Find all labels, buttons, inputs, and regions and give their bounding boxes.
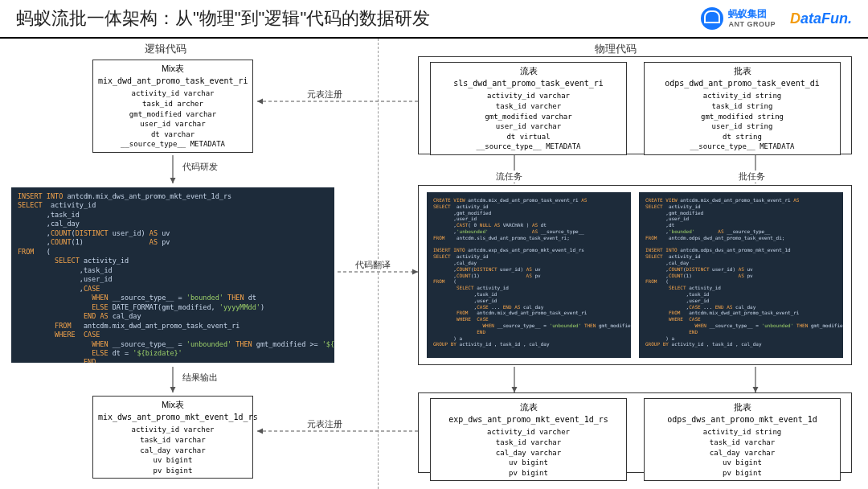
physical-dest-group: 流表 exp_dws_ant_promo_mkt_event_1d_rs act…	[418, 392, 852, 473]
slide-header: 蚂蚁流批一体架构：从"物理"到"逻辑"代码的数据研发 蚂蚁集团 ANT GROU…	[0, 0, 868, 39]
mix-src-title: Mix表	[98, 63, 248, 75]
stream-src-fields: activity_id varchar task_id varcher gmt_…	[436, 91, 621, 152]
batch-src-fields: activity_id string task_id string gmt_mo…	[649, 91, 835, 152]
mix-src-name: mix_dwd_ant_promo_task_event_ri	[98, 76, 248, 87]
physical-section-label: 物理代码	[595, 42, 637, 56]
batch-dest-table: 批表 odps_dws_ant_promo_mkt_event_1d activ…	[644, 398, 841, 481]
ant-logo-cn: 蚂蚁集团	[728, 8, 776, 19]
result-output-label: 结果输出	[181, 372, 219, 384]
datafun-rest: ataFun.	[800, 10, 852, 27]
ant-icon	[701, 7, 723, 30]
datafun-d: D	[790, 10, 800, 27]
batch-sql-code: CREATE VIEW antcdm.mix_dwd_ant_promo_tas…	[639, 192, 843, 358]
mix-src-fields: activity_id varchar task_id archer gmt_m…	[98, 88, 248, 150]
stream-dst-fields: activity_id varcher task_id varchar cal_…	[436, 427, 621, 478]
meta-register-label-top: 元表注册	[305, 88, 344, 101]
ant-logo-en: ANT GROUP	[728, 20, 776, 29]
batch-source-table: 批表 odps_dwd_ant_promo_task_event_di acti…	[644, 62, 841, 155]
slide-title: 蚂蚁流批一体架构：从"物理"到"逻辑"代码的数据研发	[16, 6, 701, 31]
physical-source-group: 流表 sls_dwd_ant_promo_task_event_ri activ…	[418, 56, 852, 154]
ant-group-logo: 蚂蚁集团 ANT GROUP	[701, 7, 776, 30]
mix-dst-title: Mix表	[98, 399, 248, 411]
mix-dst-fields: activity_id varcher task_id varchar cal_…	[98, 425, 248, 475]
batch-src-name: odps_dwd_ant_promo_task_event_di	[649, 78, 835, 89]
batch-dst-fields: activity_id string task_id varchar cal_d…	[649, 427, 835, 478]
batch-dst-title: 批表	[649, 401, 835, 413]
stream-src-name: sls_dwd_ant_promo_task_event_ri	[436, 78, 621, 89]
mix-source-table: Mix表 mix_dwd_ant_promo_task_event_ri act…	[92, 60, 253, 153]
stream-dst-title: 流表	[436, 401, 621, 413]
physical-code-group: CREATE VIEW antcdm.mix_dwd_ant_promo_tas…	[418, 185, 852, 365]
code-translate-label: 代码翻译	[354, 259, 392, 271]
stream-src-title: 流表	[436, 65, 621, 77]
meta-register-label-bottom: 元表注册	[305, 418, 344, 430]
logical-section-label: 逻辑代码	[145, 42, 186, 56]
code-dev-label: 代码研发	[181, 161, 219, 173]
stream-dst-name: exp_dws_ant_promo_mkt_event_1d_rs	[436, 414, 621, 425]
main-sql-code: INSERT INTO antcdm.mix_dws_ant_promo_mkt…	[11, 187, 334, 363]
datafun-logo: DataFun.	[790, 10, 852, 27]
stream-task-label: 流任务	[494, 171, 524, 183]
mix-dst-name: mix_dws_ant_promo_mkt_event_1d_rs	[98, 412, 248, 423]
batch-task-label: 批任务	[737, 171, 767, 183]
logos: 蚂蚁集团 ANT GROUP DataFun.	[701, 7, 852, 30]
batch-dst-name: odps_dws_ant_promo_mkt_event_1d	[649, 414, 835, 425]
stream-sql-code: CREATE VIEW antcdm.mix_dwd_ant_promo_tas…	[427, 192, 631, 358]
mix-dest-table: Mix表 mix_dws_ant_promo_mkt_event_1d_rs a…	[92, 396, 253, 479]
diagram-canvas: 逻辑代码 物理代码	[0, 39, 868, 489]
stream-source-table: 流表 sls_dwd_ant_promo_task_event_ri activ…	[430, 62, 627, 155]
batch-src-title: 批表	[649, 65, 835, 77]
stream-dest-table: 流表 exp_dws_ant_promo_mkt_event_1d_rs act…	[430, 398, 627, 481]
